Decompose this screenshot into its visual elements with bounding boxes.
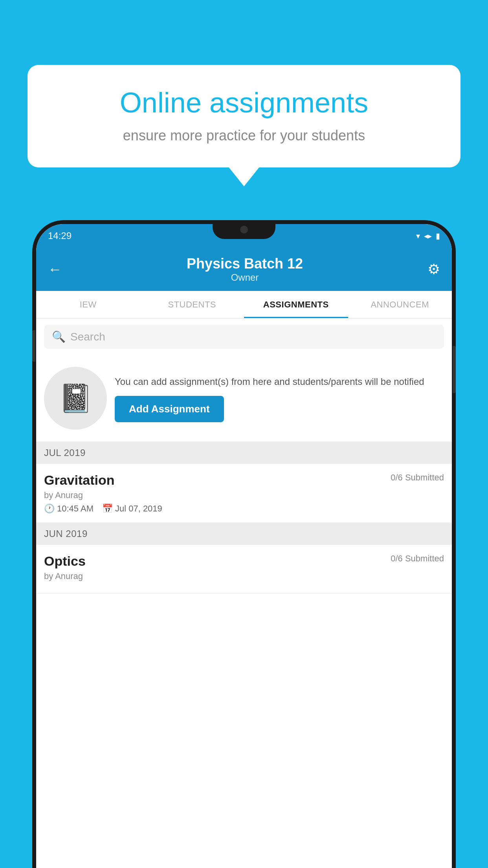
assignment-author-optics: by Anurag — [44, 571, 444, 581]
tabs-bar: IEW STUDENTS ASSIGNMENTS ANNOUNCEM — [36, 291, 452, 318]
promo-text: You can add assignment(s) from here and … — [115, 375, 444, 389]
add-assignment-button[interactable]: Add Assignment — [115, 396, 224, 422]
assignment-submitted-optics: 0/6 Submitted — [391, 554, 444, 564]
assignment-meta: 🕐 10:45 AM 📅 Jul 07, 2019 — [44, 504, 444, 514]
header-center: Physics Batch 12 Owner — [187, 256, 303, 283]
month-header-jul: JUL 2019 — [36, 442, 452, 464]
phone-screen: 14:29 ▾ ◂▸ ▮ ← Physics Batch 12 Owner ⚙ … — [36, 224, 452, 868]
search-placeholder: Search — [70, 331, 105, 343]
power-button — [453, 346, 456, 393]
assignment-item-optics[interactable]: Optics 0/6 Submitted by Anurag — [36, 545, 452, 594]
tab-students[interactable]: STUDENTS — [140, 291, 244, 318]
promo-content: You can add assignment(s) from here and … — [115, 375, 444, 422]
assignment-author: by Anurag — [44, 490, 444, 500]
search-bar[interactable]: 🔍 Search — [44, 325, 444, 349]
assignment-top-row-optics: Optics 0/6 Submitted — [44, 554, 444, 569]
signal-icon: ◂▸ — [424, 231, 432, 241]
meta-date: 📅 Jul 07, 2019 — [102, 504, 162, 514]
header-subtitle: Owner — [187, 272, 303, 283]
tab-assignments[interactable]: ASSIGNMENTS — [244, 291, 348, 318]
assignment-top-row: Gravitation 0/6 Submitted — [44, 473, 444, 488]
status-icons: ▾ ◂▸ ▮ — [416, 231, 440, 241]
assignment-item-gravitation[interactable]: Gravitation 0/6 Submitted by Anurag 🕐 10… — [36, 464, 452, 523]
camera — [240, 226, 248, 234]
calendar-icon: 📅 — [102, 504, 113, 514]
settings-icon[interactable]: ⚙ — [427, 261, 440, 278]
clock-icon: 🕐 — [44, 504, 55, 514]
back-button[interactable]: ← — [48, 261, 62, 278]
wifi-icon: ▾ — [416, 231, 420, 241]
status-time: 14:29 — [48, 230, 72, 241]
search-container: 🔍 Search — [36, 318, 452, 355]
assignment-submitted: 0/6 Submitted — [391, 473, 444, 483]
app-header: ← Physics Batch 12 Owner ⚙ — [36, 248, 452, 291]
speech-bubble: Online assignments ensure more practice … — [28, 65, 460, 167]
promo-icon-circle: 📓 — [44, 367, 107, 430]
bubble-title: Online assignments — [51, 86, 437, 119]
header-title: Physics Batch 12 — [187, 256, 303, 272]
tab-iew[interactable]: IEW — [36, 291, 140, 318]
promo-section: 📓 You can add assignment(s) from here an… — [36, 355, 452, 442]
meta-time: 🕐 10:45 AM — [44, 504, 94, 514]
phone-frame: 14:29 ▾ ◂▸ ▮ ← Physics Batch 12 Owner ⚙ … — [32, 220, 456, 868]
notebook-icon: 📓 — [59, 382, 93, 414]
month-header-jun: JUN 2019 — [36, 523, 452, 545]
bubble-subtitle: ensure more practice for your students — [51, 127, 437, 144]
assignment-name-optics: Optics — [44, 554, 86, 569]
phone-notch — [213, 220, 275, 239]
search-icon: 🔍 — [52, 330, 66, 343]
date-value: Jul 07, 2019 — [115, 504, 162, 514]
tab-announcements[interactable]: ANNOUNCEM — [348, 291, 452, 318]
assignment-name: Gravitation — [44, 473, 114, 488]
battery-icon: ▮ — [436, 231, 440, 241]
time-value: 10:45 AM — [57, 504, 94, 514]
volume-button — [32, 330, 35, 362]
